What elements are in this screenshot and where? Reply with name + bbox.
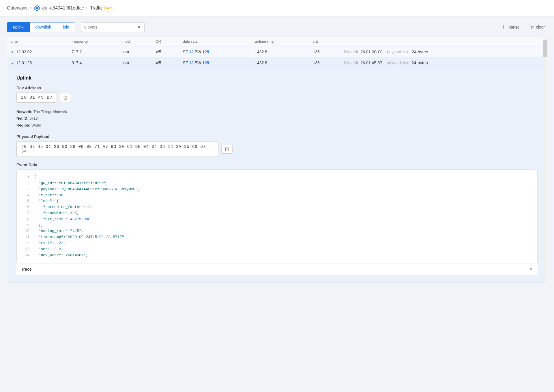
code-val-sf: 12 [86,204,90,210]
payload-size-value-2: 24 bytes [411,60,428,65]
code-colon-12: : [52,240,54,246]
line-num-1: 1 [21,174,29,180]
line-num-5: 5 [21,198,29,204]
code-colon-6: : [84,204,86,210]
th-meta [339,37,540,46]
cell-cnt-1: 136 [309,46,339,57]
event-data-label: Event Data [16,163,538,167]
scrollbar[interactable] [543,37,547,282]
code-indent-8 [34,216,43,223]
time-value-2: 12:01:28 [16,61,32,65]
th-frequency: frequency [68,37,119,46]
close-icon: ✕ [137,24,141,30]
cell-cr-1: 4/5 [152,46,179,57]
code-indent-13 [34,246,39,252]
breadcrumb-gateway-id[interactable]: eui-a84041ffff1edfcc [42,5,84,11]
code-line-14: 14 "dev_addr" : "260145B7" , [21,252,533,259]
code-comma-12: , [63,240,65,246]
network-label: Network: [16,110,33,114]
code-line-5: 5 "lora" : { [21,198,533,204]
code-colon-13: : [50,246,52,252]
code-key-airtime: "air_time" [43,216,65,223]
code-key-lora: "lora" [39,198,52,204]
table-row-expanded[interactable]: ▲ 12:01:28 917.4 lora 4/5 SF 12 BW 125 1… [7,57,547,68]
cell-meta-1: dev addr: 26 01 2C 00 payload size: 24 b… [339,46,540,57]
bw-value-2: 125 [202,61,209,65]
code-indent-6 [34,204,43,210]
code-val-snr: -3.2 [52,246,61,252]
net-id-value: 0x13 [30,116,38,120]
code-comma-7: , [77,210,79,216]
breadcrumb-sep-2: › [86,5,88,11]
code-key-payload: "payload" [39,186,59,193]
code-indent-11 [34,234,39,240]
code-line-1: 1 { [21,174,533,180]
line-num-11: 11 [21,234,29,240]
code-line-2: 2 "gw_id" : "eui-a84041ffff1edfcc" , [21,180,533,186]
th-cr: CR [152,37,179,46]
code-brace-open: { [34,174,36,180]
detail-row: Uplink Dev Address 26 01 45 B7 📋 Ne [7,68,547,282]
code-indent-4 [34,193,39,199]
payload-copy-button[interactable]: 📋 [221,145,233,154]
time-value-1: 12:02:02 [16,50,32,54]
trash-icon: 🗑 [530,25,534,30]
search-clear-button[interactable]: ✕ [136,24,141,30]
line-num-13: 13 [21,246,29,252]
breadcrumb-sep-1: › [30,5,31,11]
arrow-down-icon: ▼ [11,50,14,54]
code-line-7: 7 "bandwidth" : 125 , [21,210,533,216]
dev-address-field: 26 01 45 B7 📋 [16,93,538,103]
table-header-row: time frequency mod. CR data rate airtime… [7,37,547,46]
bw-label-2: BW [195,61,202,65]
code-colon-11: : [63,234,65,240]
pause-button[interactable]: ⏸ pause [500,23,522,31]
dev-addr-label-1: dev addr: [342,50,359,54]
code-indent-10 [34,228,39,234]
cell-time-1: ▼ 12:02:02 [7,46,68,57]
code-comma-13: , [61,246,63,252]
code-line-6: 6 "spreading_factor" : 12 , [21,204,533,210]
code-colon-8: : [65,216,68,223]
netid-line: Net ID: 0x13 [16,115,538,122]
code-comma-3: , [138,186,140,193]
code-key-gwid: "gw_id" [39,180,55,186]
code-comma-2: , [106,180,108,186]
line-num-14: 14 [21,252,29,259]
dev-address-copy-button[interactable]: 📋 [60,93,71,102]
th-mod: mod. [119,37,152,46]
code-line-13: 13 "snr" : -3.2 , [21,246,533,252]
tab-join[interactable]: join [57,22,75,32]
cell-freq-2: 917.4 [68,57,119,68]
main-content: uplink downlink join ✕ ⏸ pause 🗑 clear [0,16,554,288]
network-info: Network: The Things Network Net ID: 0x13… [16,108,538,129]
line-num-6: 6 [21,204,29,210]
code-indent-2 [34,180,39,186]
breadcrumb-gateways-link[interactable]: Gateways [7,5,27,11]
toolbar-right: ⏸ pause 🗑 clear [500,23,547,31]
code-indent-5 [34,198,39,204]
trace-section[interactable]: Trace ▼ [16,263,538,275]
pause-icon: ⏸ [502,24,507,30]
network-line: Network: The Things Network [16,108,538,115]
code-line-12: 12 "rssi" : -122 , [21,240,533,246]
code-val-bw: 125 [70,210,77,216]
cell-meta-2: dev addr: 26 01 45 B7 payload size: 24 b… [339,57,540,68]
search-input[interactable] [84,25,136,29]
code-val-ts: "2020-09-24T15:01:28.571Z" [65,234,124,240]
code-colon-7: : [68,210,70,216]
th-time: time [7,37,68,46]
sf-label-2: SF [183,61,189,65]
bw-label-1: BW [195,50,202,54]
event-data-code-block[interactable]: 1 { 2 "gw_id" : "eui-a84041ffff1edfcc" [16,169,538,263]
region-label: Region: [16,123,30,127]
cell-dr-2: SF 12 BW 125 [179,57,252,68]
code-key-ts: "timestamp" [39,234,63,240]
table-row[interactable]: ▼ 12:02:02 717.2 lora 4/5 SF 12 BW 125 1… [7,46,547,57]
tab-group: uplink downlink join [7,22,75,32]
tab-downlink[interactable]: downlink [30,22,57,32]
tab-uplink[interactable]: uplink [7,22,30,32]
payload-field: 40 B7 45 01 26 80 88 00 02 71 A7 B3 3F C… [16,141,218,157]
payload-box: 40 B7 45 01 26 80 88 00 02 71 A7 B3 3F C… [16,141,538,157]
clear-button[interactable]: 🗑 clear [528,23,547,31]
